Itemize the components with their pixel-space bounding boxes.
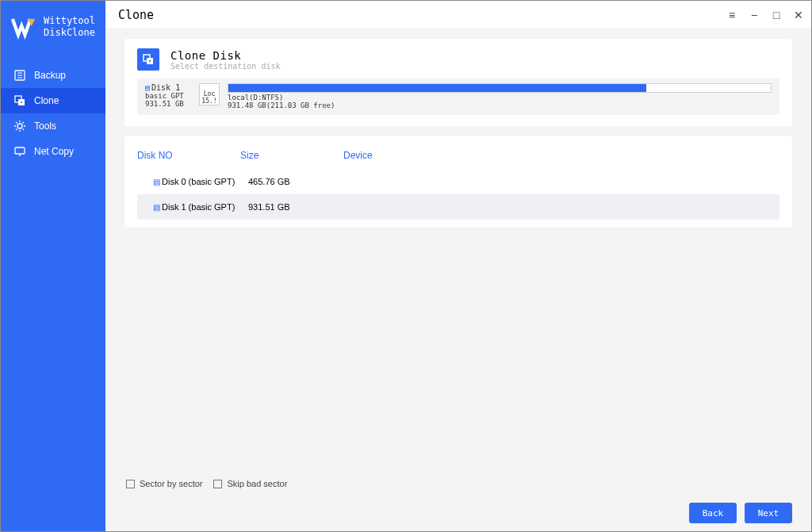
usage-bar-fill <box>228 84 646 92</box>
usage-bar <box>228 83 772 93</box>
selected-disk-bar: ▤Disk 1 basic GPT 931.51 GB Loc 15.! loc <box>137 78 779 115</box>
titlebar: Clone ≡ − □ ✕ <box>105 1 811 29</box>
sidebar-item-netcopy[interactable]: Net Copy <box>1 139 105 164</box>
svg-line-14 <box>23 129 25 131</box>
col-header-device: Device <box>343 150 779 161</box>
nav: Backup Clone Tools Net Copy <box>1 63 105 164</box>
page-title: Clone <box>118 8 154 22</box>
disk-total: 931.51 GB <box>145 100 191 108</box>
disk-icon: ▤ <box>153 178 160 186</box>
sidebar-item-label: Net Copy <box>34 146 74 157</box>
main: Clone ≡ − □ ✕ Clone Disk Select destinat… <box>105 1 811 531</box>
sidebar-item-label: Clone <box>34 95 59 106</box>
checkbox-label: Sector by sector <box>140 479 202 488</box>
disk-row-size: 465.76 GB <box>248 177 351 186</box>
disk-table-row[interactable]: ▤Disk 0 (basic GPT)465.76 GB <box>137 169 779 194</box>
clone-step-icon <box>137 48 159 71</box>
step-card: Clone Disk Select destination disk ▤Disk… <box>124 39 792 126</box>
menu-icon[interactable]: ≡ <box>726 9 738 21</box>
sidebar-item-tools[interactable]: Tools <box>1 113 105 139</box>
checkbox-icon <box>213 480 222 488</box>
sector-by-sector-checkbox[interactable]: Sector by sector <box>126 479 202 488</box>
step-subtitle: Select destination disk <box>170 62 280 71</box>
step-title: Clone Disk <box>170 49 280 62</box>
logo-icon <box>10 13 37 40</box>
disk-table-header: Disk NO Size Device <box>137 147 779 169</box>
svg-line-16 <box>23 122 25 124</box>
sidebar-item-label: Tools <box>34 121 56 132</box>
svg-point-8 <box>17 124 22 128</box>
partition-main-info: 931.48 GB(211.03 GB free) <box>228 102 772 110</box>
col-header-no: Disk NO <box>137 150 240 161</box>
small-part-label2: 15.! <box>200 98 219 105</box>
disk-icon: ▤ <box>145 83 150 92</box>
back-button[interactable]: Back <box>689 503 737 523</box>
svg-line-15 <box>16 129 17 131</box>
minimize-icon[interactable]: − <box>748 9 760 21</box>
svg-point-18 <box>19 155 21 156</box>
disk-icon: ▤ <box>153 203 160 212</box>
svg-line-13 <box>16 122 17 124</box>
disk-row-name: Disk 0 (basic GPT) <box>162 177 235 186</box>
sidebar-item-clone[interactable]: Clone <box>1 88 105 113</box>
window-controls: ≡ − □ ✕ <box>726 9 805 21</box>
disk-table-row[interactable]: ▤Disk 1 (basic GPT)931.51 GB <box>137 194 779 220</box>
step-header: Clone Disk Select destination disk <box>137 48 779 71</box>
disk-meta: ▤Disk 1 basic GPT 931.51 GB <box>145 83 191 108</box>
disk-name: Disk 1 <box>151 83 180 92</box>
disk-part-style: basic GPT <box>145 92 191 100</box>
gear-icon <box>13 120 26 132</box>
skip-bad-sector-checkbox[interactable]: Skip bad sector <box>213 479 287 488</box>
action-buttons: Back Next <box>689 503 811 531</box>
sidebar-item-backup[interactable]: Backup <box>1 63 105 88</box>
close-icon[interactable]: ✕ <box>792 9 805 21</box>
small-part-label1: Loc <box>200 90 219 98</box>
backup-icon <box>13 69 26 82</box>
disk-row-size: 931.51 GB <box>248 202 351 212</box>
svg-rect-17 <box>15 147 25 154</box>
brand-line1: Wittytool <box>44 15 95 27</box>
partition-main: local(D:NTFS) 931.48 GB(211.03 GB free) <box>228 83 772 110</box>
disk-list-card: Disk NO Size Device ▤Disk 0 (basic GPT)4… <box>124 136 792 228</box>
brand-line2: DiskClone <box>44 27 95 39</box>
next-button[interactable]: Next <box>745 503 792 523</box>
netcopy-icon <box>13 145 26 158</box>
partition-small: Loc 15.! <box>199 83 220 105</box>
disk-row-name: Disk 1 (basic GPT) <box>162 202 235 212</box>
maximize-icon[interactable]: □ <box>770 9 783 21</box>
content: Clone Disk Select destination disk ▤Disk… <box>105 29 811 503</box>
footer-options: Sector by sector Skip bad sector <box>124 474 792 493</box>
checkbox-label: Skip bad sector <box>227 479 287 488</box>
app-window: Wittytool DiskClone Backup Clone <box>0 0 812 532</box>
sidebar: Wittytool DiskClone Backup Clone <box>1 1 105 531</box>
col-header-size: Size <box>240 150 343 161</box>
brand: Wittytool DiskClone <box>1 1 105 63</box>
clone-icon <box>13 94 26 107</box>
sidebar-item-label: Backup <box>34 70 66 81</box>
checkbox-icon <box>126 480 135 488</box>
